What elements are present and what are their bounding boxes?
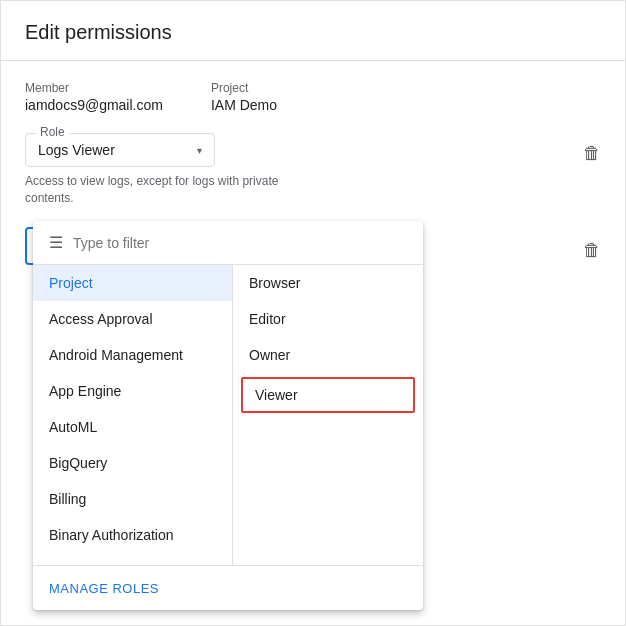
role-item-owner[interactable]: Owner [233, 337, 423, 373]
category-item-android-management[interactable]: Android Management [33, 337, 232, 373]
categories-list: ProjectAccess ApprovalAndroid Management… [33, 265, 233, 565]
category-item-binary-authorization[interactable]: Binary Authorization [33, 517, 232, 553]
category-item-access-approval[interactable]: Access Approval [33, 301, 232, 337]
role-description: Access to view logs, except for logs wit… [25, 173, 285, 207]
page-container: Edit permissions Member iamdocs9@gmail.c… [0, 0, 626, 626]
filter-input[interactable] [73, 235, 407, 251]
role-select[interactable]: Role Logs Viewer ▾ [25, 133, 215, 167]
manage-roles-footer: MANAGE ROLES [33, 565, 423, 610]
delete-role-button[interactable]: 🗑 [583, 143, 601, 164]
project-label: Project [211, 81, 277, 95]
category-item-bigquery[interactable]: BigQuery [33, 445, 232, 481]
role-item-browser[interactable]: Browser [233, 265, 423, 301]
member-field-group: Member iamdocs9@gmail.com [25, 81, 163, 113]
page-title: Edit permissions [1, 1, 625, 61]
manage-roles-link[interactable]: MANAGE ROLES [49, 581, 159, 596]
category-item-billing[interactable]: Billing [33, 481, 232, 517]
category-item-project[interactable]: Project [33, 265, 232, 301]
category-item-app-engine[interactable]: App Engine [33, 373, 232, 409]
project-field-group: Project IAM Demo [211, 81, 277, 113]
category-item-automl[interactable]: AutoML [33, 409, 232, 445]
role-selected-value: Logs Viewer [38, 142, 115, 158]
role-dropdown-panel: ☰ ProjectAccess ApprovalAndroid Manageme… [33, 221, 423, 610]
project-value: IAM Demo [211, 97, 277, 113]
member-project-row: Member iamdocs9@gmail.com Project IAM De… [25, 81, 601, 113]
roles-list: BrowserEditorOwnerViewer [233, 265, 423, 565]
filter-icon: ☰ [49, 233, 63, 252]
dropdown-arrow-icon: ▾ [197, 145, 202, 156]
first-role-row: Role Logs Viewer ▾ Access to view logs, … [25, 133, 601, 207]
member-value: iamdocs9@gmail.com [25, 97, 163, 113]
role-item-editor[interactable]: Editor [233, 301, 423, 337]
delete-second-role-button[interactable]: 🗑 [583, 240, 601, 261]
role-field-label: Role [36, 125, 69, 139]
role-item-viewer[interactable]: Viewer [241, 377, 415, 413]
columns-container: ProjectAccess ApprovalAndroid Management… [33, 265, 423, 565]
member-label: Member [25, 81, 163, 95]
filter-row: ☰ [33, 221, 423, 265]
